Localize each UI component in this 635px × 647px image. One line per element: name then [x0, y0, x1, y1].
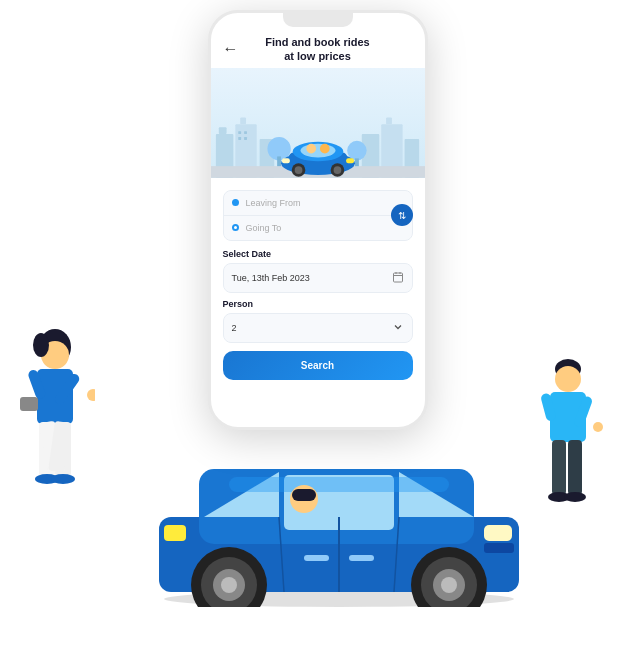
illustration-area — [211, 68, 425, 178]
svg-rect-26 — [282, 158, 290, 163]
svg-point-66 — [441, 577, 457, 593]
svg-rect-12 — [244, 137, 247, 140]
swap-button[interactable]: ⇅ — [391, 204, 413, 226]
svg-rect-40 — [20, 397, 38, 411]
scene: ← Find and book rides at low prices — [0, 0, 635, 647]
going-to-row[interactable]: Going To — [224, 216, 412, 240]
from-dot — [232, 199, 239, 206]
svg-point-62 — [221, 577, 237, 593]
svg-rect-10 — [244, 131, 247, 134]
person-label: Person — [223, 299, 413, 309]
woman-figure — [15, 327, 95, 527]
phone-mockup: ← Find and book rides at low prices — [208, 10, 428, 430]
svg-rect-69 — [484, 543, 514, 553]
svg-rect-9 — [238, 131, 241, 134]
svg-point-44 — [51, 474, 75, 484]
select-date-label: Select Date — [223, 249, 413, 259]
svg-rect-1 — [218, 127, 226, 134]
person-value: 2 — [232, 323, 237, 333]
swap-icon: ⇅ — [398, 210, 406, 221]
phone-content: ← Find and book rides at low prices — [211, 27, 425, 430]
date-input[interactable]: Tue, 13th Feb 2023 — [223, 263, 413, 293]
svg-point-28 — [306, 144, 316, 154]
route-input-group: Leaving From Going To ⇅ — [223, 190, 413, 241]
svg-point-15 — [347, 141, 366, 160]
going-to-label: Going To — [246, 223, 282, 233]
phone-title: Find and book rides at low prices — [265, 35, 370, 64]
search-button[interactable]: Search — [223, 351, 413, 380]
svg-rect-11 — [238, 137, 241, 140]
svg-rect-68 — [164, 525, 186, 541]
svg-rect-72 — [292, 489, 316, 501]
big-car-icon — [129, 407, 549, 607]
svg-point-29 — [319, 144, 329, 154]
leaving-from-row[interactable]: Leaving From — [224, 191, 412, 216]
svg-point-21 — [300, 144, 335, 158]
man-figure — [530, 357, 605, 527]
phone-header: ← Find and book rides at low prices — [211, 27, 425, 68]
city-skyline-icon — [211, 100, 425, 178]
svg-rect-58 — [349, 555, 374, 561]
svg-rect-79 — [552, 440, 566, 495]
back-button[interactable]: ← — [223, 40, 239, 58]
svg-point-74 — [555, 366, 581, 392]
svg-point-77 — [593, 422, 603, 432]
svg-rect-30 — [393, 273, 402, 282]
phone-notch — [283, 13, 353, 27]
svg-rect-27 — [346, 158, 354, 163]
svg-point-23 — [294, 166, 302, 174]
calendar-icon — [392, 271, 404, 285]
svg-rect-80 — [568, 440, 582, 495]
svg-rect-67 — [484, 525, 512, 541]
chevron-down-icon — [392, 321, 404, 335]
svg-rect-70 — [229, 477, 449, 492]
svg-point-47 — [33, 333, 49, 357]
date-value: Tue, 13th Feb 2023 — [232, 273, 310, 283]
form-area: Leaving From Going To ⇅ Select Date Tue,… — [211, 184, 425, 430]
person-input[interactable]: 2 — [223, 313, 413, 343]
svg-point-38 — [87, 389, 95, 401]
svg-rect-7 — [386, 117, 392, 124]
svg-point-82 — [564, 492, 586, 502]
to-dot — [232, 224, 239, 231]
svg-rect-3 — [240, 117, 246, 124]
leaving-from-label: Leaving From — [246, 198, 301, 208]
svg-point-25 — [333, 166, 341, 174]
svg-rect-57 — [304, 555, 329, 561]
